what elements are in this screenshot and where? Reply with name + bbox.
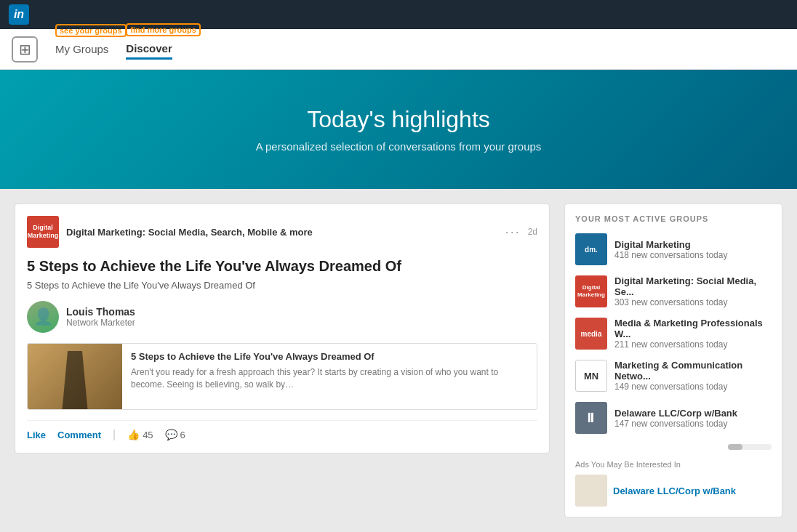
scrollbar-thumb — [728, 444, 742, 450]
ad-thumbnail — [575, 475, 607, 507]
group-count-4: 147 new conversations today — [614, 419, 737, 429]
action-separator: | — [113, 428, 116, 441]
thumbs-up-icon: 👍 — [127, 429, 140, 440]
feed: DigitalMarketing Digital Marketing: Soci… — [15, 203, 550, 517]
post-group-name[interactable]: Digital Marketing: Social Media, Search,… — [66, 227, 313, 238]
group-count-1: 303 new conversations today — [614, 297, 772, 307]
group-thumb-1: DigitalMarketing — [575, 275, 607, 307]
main-content: DigitalMarketing Digital Marketing: Soci… — [0, 189, 797, 532]
discover-link[interactable]: find more groups Discover — [126, 39, 172, 60]
sidebar: YOUR MOST ACTIVE GROUPS dm. Digital Mark… — [564, 203, 782, 517]
group-thumb-2: media — [575, 318, 607, 350]
like-button[interactable]: Like — [27, 430, 46, 440]
group-item-2[interactable]: media Media & Marketing Professionals W.… — [575, 318, 772, 350]
group-info-2: Media & Marketing Professionals W... 211… — [614, 318, 772, 350]
article-thumb-silhouette — [57, 351, 93, 409]
group-info-0: Digital Marketing 418 new conversations … — [614, 239, 727, 260]
group-item-3[interactable]: MN Marketing & Communication Netwo... 14… — [575, 360, 772, 392]
likes-count: 45 — [143, 430, 153, 440]
scrollbar-track[interactable] — [728, 444, 772, 450]
hero-subtitle: A personalized selection of conversation… — [15, 140, 782, 153]
group-name-1: Digital Marketing: Social Media, Se... — [614, 275, 772, 297]
post-group-logo[interactable]: DigitalMarketing — [27, 216, 59, 248]
post-meta-right: ··· 2d — [505, 225, 537, 240]
author-name[interactable]: Louis Thomas — [66, 306, 135, 318]
hero-title: Today's highlights — [15, 106, 782, 133]
article-snippet: Aren't you ready for a fresh approach th… — [131, 366, 528, 391]
post-group-info: DigitalMarketing Digital Marketing: Soci… — [27, 216, 313, 248]
author-info: Louis Thomas Network Marketer — [66, 306, 135, 328]
group-count-2: 211 new conversations today — [614, 339, 772, 350]
group-name-2: Media & Marketing Professionals W... — [614, 318, 772, 339]
group-item-1[interactable]: DigitalMarketing Digital Marketing: Soci… — [575, 275, 772, 307]
group-name-0: Digital Marketing — [614, 239, 727, 250]
article-thumbnail — [28, 344, 122, 409]
author-row: 👤 Louis Thomas Network Marketer — [27, 301, 537, 333]
ad-link[interactable]: Delaware LLC/Corp w/Bank — [613, 485, 736, 496]
post-header: DigitalMarketing Digital Marketing: Soci… — [27, 216, 537, 248]
my-groups-link[interactable]: see your groups My Groups — [55, 40, 108, 58]
comment-button[interactable]: Comment — [57, 430, 101, 440]
author-avatar[interactable]: 👤 — [27, 301, 59, 333]
group-thumb-3: MN — [575, 360, 607, 392]
article-preview-title: 5 Steps to Achieve the Life You've Alway… — [131, 351, 528, 362]
comments-count: 6 — [180, 430, 185, 440]
group-count-0: 418 new conversations today — [614, 250, 727, 260]
post-title[interactable]: 5 Steps to Achieve the Life You've Alway… — [27, 257, 537, 275]
ads-section: Ads You May Be Interested In Delaware LL… — [575, 460, 772, 507]
post-card: DigitalMarketing Digital Marketing: Soci… — [15, 203, 550, 454]
discover-annotation: find more groups — [126, 23, 200, 36]
groups-nav: ⊞ see your groups My Groups find more gr… — [0, 29, 797, 70]
post-subtitle: 5 Steps to Achieve the Life You've Alway… — [27, 280, 537, 291]
article-text: 5 Steps to Achieve the Life You've Alway… — [122, 344, 537, 409]
author-avatar-img: 👤 — [27, 301, 59, 333]
post-more-button[interactable]: ··· — [505, 225, 521, 240]
group-info-1: Digital Marketing: Social Media, Se... 3… — [614, 275, 772, 307]
group-info-4: Delaware LLC/Corp w/Bank 147 new convers… — [614, 408, 737, 429]
comment-icon: 💬 — [165, 429, 177, 440]
post-time: 2d — [528, 227, 537, 237]
ad-item[interactable]: Delaware LLC/Corp w/Bank — [575, 475, 772, 507]
group-name-3: Marketing & Communication Netwo... — [614, 360, 772, 382]
groups-icon: ⊞ — [12, 36, 38, 63]
sidebar-section-title: YOUR MOST ACTIVE GROUPS — [575, 214, 772, 223]
group-count-3: 149 new conversations today — [614, 382, 772, 392]
group-thumb-4: ⏸ — [575, 402, 607, 434]
group-item-4[interactable]: ⏸ Delaware LLC/Corp w/Bank 147 new conve… — [575, 402, 772, 434]
scrollbar-hint — [575, 444, 772, 450]
author-job-title: Network Marketer — [66, 318, 135, 328]
most-active-groups-section: YOUR MOST ACTIVE GROUPS dm. Digital Mark… — [564, 203, 782, 517]
group-name-4: Delaware LLC/Corp w/Bank — [614, 408, 737, 419]
my-groups-annotation: see your groups — [55, 24, 127, 37]
article-preview[interactable]: 5 Steps to Achieve the Life You've Alway… — [27, 343, 537, 410]
hero-banner: Today's highlights A personalized select… — [0, 70, 797, 189]
linkedin-logo[interactable]: in — [9, 4, 29, 25]
group-info-3: Marketing & Communication Netwo... 149 n… — [614, 360, 772, 392]
ads-title: Ads You May Be Interested In — [575, 460, 772, 469]
post-actions: Like Comment | 👍 45 💬 6 — [27, 420, 537, 441]
group-thumb-0: dm. — [575, 233, 607, 265]
group-item-0[interactable]: dm. Digital Marketing 418 new conversati… — [575, 233, 772, 265]
comments-stat: 💬 6 — [165, 429, 185, 440]
likes-stat: 👍 45 — [127, 429, 153, 440]
